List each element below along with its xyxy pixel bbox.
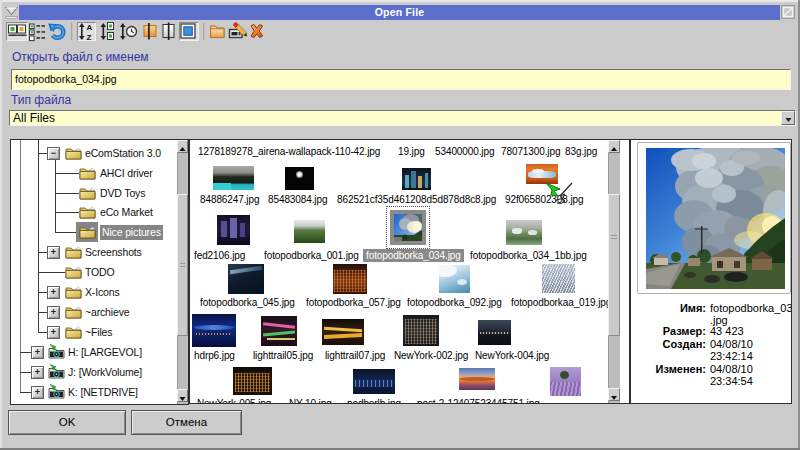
svg-text:Z: Z xyxy=(87,33,92,42)
svg-text:A: A xyxy=(87,23,93,32)
